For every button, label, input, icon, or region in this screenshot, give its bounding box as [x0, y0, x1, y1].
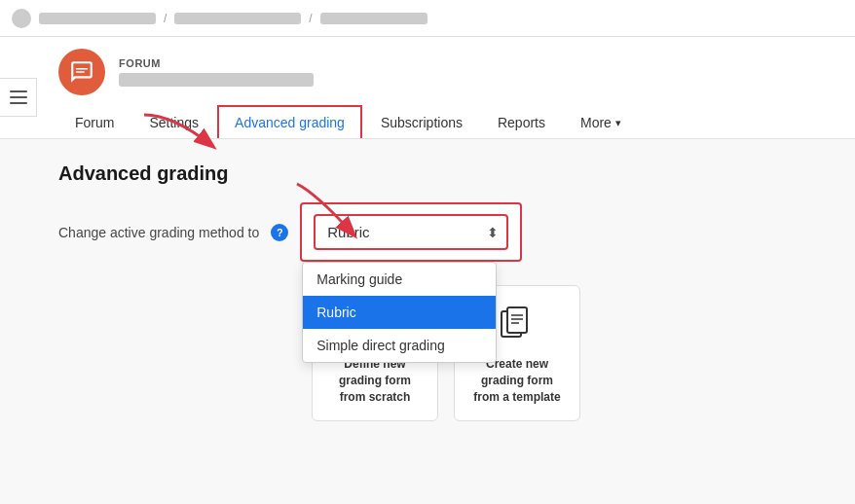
tab-subscriptions[interactable]: Subscriptions: [364, 106, 479, 138]
create-template-label: Create new grading form from a template: [470, 356, 564, 405]
forum-title-block: FORUM: [119, 57, 314, 87]
create-template-icon: [494, 302, 540, 348]
breadcrumb-sep-1: /: [164, 12, 167, 25]
forum-tag: FORUM: [119, 57, 314, 69]
svg-rect-0: [10, 90, 27, 92]
svg-rect-2: [10, 102, 27, 104]
forum-header: FORUM Forum Settings Advanced grading Su…: [0, 37, 855, 139]
page-title: Advanced grading: [58, 162, 832, 185]
chevron-down-icon: ▾: [615, 117, 621, 129]
breadcrumb-3: [320, 13, 428, 24]
dropdown-item-marking-guide[interactable]: Marking guide: [303, 263, 496, 296]
app-icon: [12, 9, 31, 28]
help-icon[interactable]: ?: [271, 224, 288, 241]
navigation-tabs: Forum Settings Advanced grading Subscrip…: [58, 105, 836, 138]
grading-dropdown: Marking guide Rubric Simple direct gradi…: [302, 262, 497, 363]
breadcrumb-sep-2: /: [309, 12, 312, 25]
form-label: Change active grading method to: [58, 225, 259, 240]
forum-icon: [58, 49, 105, 95]
tab-forum[interactable]: Forum: [58, 106, 130, 138]
dropdown-item-rubric[interactable]: Rubric: [303, 296, 496, 329]
grading-select-wrapper: Marking guide Rubric Simple direct gradi…: [314, 214, 508, 250]
grading-method-highlight-box: Marking guide Rubric Simple direct gradi…: [300, 202, 522, 262]
content-area: Advanced grading Change active grading m…: [0, 139, 855, 445]
svg-rect-9: [507, 307, 527, 333]
sidebar-toggle-button[interactable]: [0, 78, 37, 117]
tab-more[interactable]: More ▾: [564, 106, 638, 138]
tab-reports[interactable]: Reports: [481, 106, 562, 138]
svg-rect-1: [10, 96, 27, 98]
tab-settings[interactable]: Settings: [132, 106, 215, 138]
define-new-label: Define new grading form from scratch: [328, 356, 422, 405]
grading-method-row: Change active grading method to ? Markin…: [58, 202, 832, 262]
tab-advanced-grading[interactable]: Advanced grading: [217, 105, 362, 138]
breadcrumb-1: [39, 13, 156, 24]
breadcrumb-2: [174, 13, 301, 24]
grading-method-select[interactable]: Marking guide Rubric Simple direct gradi…: [314, 214, 508, 250]
dropdown-item-simple-direct[interactable]: Simple direct grading: [303, 329, 496, 362]
forum-title: [119, 73, 314, 87]
top-bar: / /: [0, 0, 855, 37]
